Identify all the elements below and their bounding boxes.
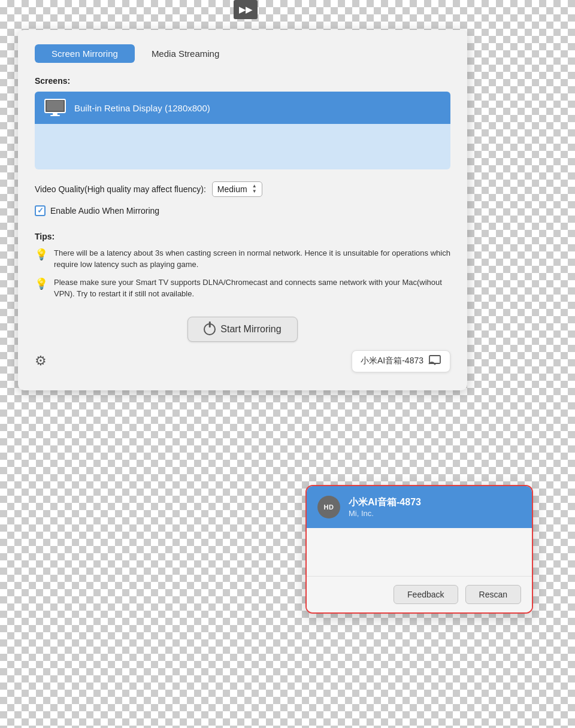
cast-device-badge[interactable]: 小米AI音箱-4873 xyxy=(352,350,450,372)
start-btn-row: Start Mirroring xyxy=(35,317,450,342)
start-mirroring-button[interactable]: Start Mirroring xyxy=(187,317,297,342)
main-panel: Screen Mirroring Media Streaming Screens… xyxy=(18,30,467,390)
rescan-button[interactable]: Rescan xyxy=(465,585,521,604)
popup-empty-area xyxy=(307,528,532,576)
popup-device-name: 小米AI音箱-4873 xyxy=(349,496,421,509)
down-arrow: ▼ xyxy=(252,189,257,195)
video-quality-row: Video Quality(High quality may affect fl… xyxy=(35,181,450,197)
popup-footer: Feedback Rescan xyxy=(307,576,532,612)
svg-point-5 xyxy=(434,363,436,365)
popup-device-info: 小米AI音箱-4873 Mi, Inc. xyxy=(349,496,421,518)
video-quality-select[interactable]: Medium ▲ ▼ xyxy=(212,181,262,197)
tip-text-1: There will be a latency about 3s when ca… xyxy=(54,247,450,271)
monitor-icon xyxy=(44,99,66,117)
tab-bar: Screen Mirroring Media Streaming xyxy=(35,44,450,63)
svg-rect-2 xyxy=(53,113,58,115)
menubar-icon[interactable]: ▶▶ xyxy=(234,0,258,19)
audio-checkbox[interactable]: ✓ xyxy=(35,205,46,216)
popup-panel: HD 小米AI音箱-4873 Mi, Inc. Feedback Rescan xyxy=(305,485,533,614)
power-icon xyxy=(204,323,216,335)
bottom-bar: ⚙ 小米AI音箱-4873 xyxy=(35,350,450,372)
quality-value: Medium xyxy=(217,184,247,194)
checkmark-icon: ✓ xyxy=(37,207,44,214)
cast-icon xyxy=(428,354,441,368)
screen-list: Built-in Retina Display (1280x800) xyxy=(35,92,450,169)
popup-device-sub: Mi, Inc. xyxy=(349,509,421,518)
tip-item-2: 💡 Please make sure your Smart TV support… xyxy=(35,277,450,300)
bulb-icon-2: 💡 xyxy=(35,277,48,290)
screens-label: Screens: xyxy=(35,76,450,86)
screen-item[interactable]: Built-in Retina Display (1280x800) xyxy=(35,92,450,124)
bulb-icon-1: 💡 xyxy=(35,248,48,261)
svg-rect-1 xyxy=(47,101,63,111)
tips-section: Tips: 💡 There will be a latency about 3s… xyxy=(35,232,450,300)
popup-device-item[interactable]: HD 小米AI音箱-4873 Mi, Inc. xyxy=(307,486,532,528)
audio-checkbox-row: ✓ Enable Audio When Mirroring xyxy=(35,205,450,216)
audio-label: Enable Audio When Mirroring xyxy=(50,206,159,216)
hd-badge: HD xyxy=(317,496,340,518)
video-quality-label: Video Quality(High quality may affect fl… xyxy=(35,184,206,194)
svg-rect-3 xyxy=(50,115,60,116)
tab-screen-mirroring[interactable]: Screen Mirroring xyxy=(35,44,135,63)
start-mirroring-label: Start Mirroring xyxy=(220,324,281,335)
tips-title: Tips: xyxy=(35,232,450,241)
tip-item-1: 💡 There will be a latency about 3s when … xyxy=(35,247,450,271)
feedback-button[interactable]: Feedback xyxy=(394,585,458,604)
tab-media-streaming[interactable]: Media Streaming xyxy=(135,44,236,63)
gear-icon[interactable]: ⚙ xyxy=(35,353,47,369)
cast-device-name: 小米AI音箱-4873 xyxy=(361,356,423,366)
screen-item-label: Built-in Retina Display (1280x800) xyxy=(74,103,210,113)
hd-text: HD xyxy=(324,503,334,511)
tip-text-2: Please make sure your Smart TV supports … xyxy=(54,277,450,300)
stepper-arrows: ▲ ▼ xyxy=(252,184,257,195)
